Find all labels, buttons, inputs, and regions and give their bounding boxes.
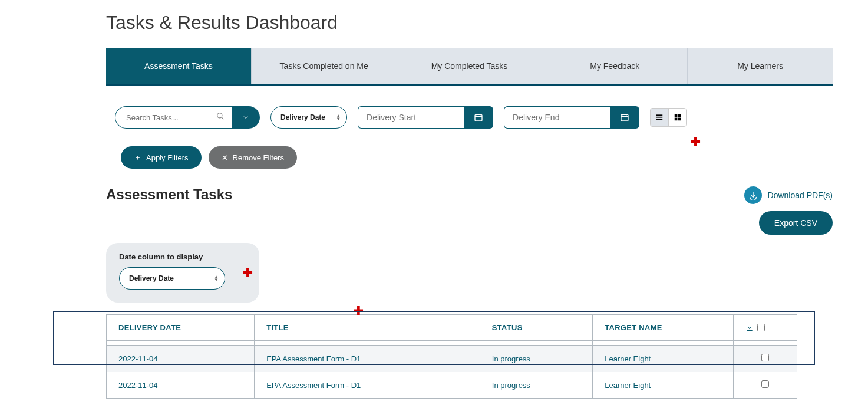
grid-icon (674, 113, 682, 121)
svg-rect-15 (674, 118, 677, 121)
table-row[interactable]: 2022-11-04 EPA Assessment Form - D1 In p… (107, 346, 797, 372)
svg-rect-13 (674, 114, 677, 117)
list-icon (655, 113, 664, 121)
filter-actions: ＋ Apply Filters ✕ Remove Filters (106, 146, 833, 169)
cell-checkbox (734, 346, 797, 372)
spinner-icon: ▲▼ (214, 275, 219, 281)
date-column-value: Delivery Date (129, 274, 174, 282)
svg-rect-11 (656, 117, 663, 118)
download-small-icon (745, 324, 754, 332)
cell-checkbox (734, 372, 797, 399)
delivery-start-input[interactable] (358, 106, 464, 129)
search-dropdown-button[interactable] (232, 106, 260, 129)
tab-my-learners[interactable]: My Learners (688, 48, 833, 84)
col-status[interactable]: STATUS (480, 315, 592, 341)
download-pdf-link[interactable]: Download PDF(s) (744, 186, 833, 204)
svg-rect-2 (475, 114, 482, 121)
view-toggle (650, 108, 687, 127)
search-input[interactable] (115, 106, 233, 129)
cell-date: 2022-11-04 (107, 372, 255, 399)
grid-view-button[interactable] (668, 109, 686, 126)
svg-rect-14 (678, 114, 681, 117)
plus-icon: ＋ (134, 152, 141, 163)
remove-filters-button[interactable]: ✕ Remove Filters (209, 146, 297, 169)
export-csv-button[interactable]: Export CSV (759, 211, 833, 235)
section-header: Assessment Tasks Download PDF(s) Export … (106, 186, 833, 235)
spinner-icon: ▲▼ (336, 114, 341, 120)
tabs: Assessment Tasks Tasks Completed on Me M… (106, 48, 833, 86)
date-column-panel: Date column to display Delivery Date ▲▼ … (106, 243, 259, 303)
table-row[interactable]: 2022-11-04 EPA Assessment Form - D1 In p… (107, 372, 797, 399)
cell-status: In progress (480, 346, 592, 372)
svg-rect-16 (678, 118, 681, 121)
section-title: Assessment Tasks (106, 186, 232, 203)
apply-filters-button[interactable]: ＋ Apply Filters (121, 146, 202, 169)
calendar-icon (474, 113, 483, 122)
tab-assessment-tasks[interactable]: Assessment Tasks (106, 48, 252, 84)
cell-status: In progress (480, 372, 592, 399)
calendar-icon (620, 113, 629, 122)
cell-title: EPA Assessment Form - D1 (255, 346, 480, 372)
list-view-button[interactable] (651, 109, 668, 126)
results-table: DELIVERY DATE TITLE STATUS TARGET NAME 2… (106, 314, 797, 399)
table-spacer-row (107, 341, 797, 346)
col-title[interactable]: TITLE (255, 315, 480, 341)
col-delivery-date[interactable]: DELIVERY DATE (107, 315, 255, 341)
annotation-marker: ✚ (691, 134, 701, 149)
row-checkbox[interactable] (761, 380, 769, 388)
tab-my-completed[interactable]: My Completed Tasks (397, 48, 543, 84)
delivery-type-label: Delivery Date (280, 113, 325, 121)
table-header-row: DELIVERY DATE TITLE STATUS TARGET NAME (107, 315, 797, 341)
cell-title: EPA Assessment Form - D1 (255, 372, 480, 399)
svg-rect-10 (656, 114, 663, 116)
download-icon (744, 186, 762, 204)
cell-target: Learner Eight (593, 372, 734, 399)
select-all-checkbox[interactable] (757, 324, 765, 331)
remove-filters-label: Remove Filters (233, 153, 284, 162)
delivery-end-input[interactable] (504, 106, 610, 129)
table-container: ✚ DELIVERY DATE TITLE STATUS TARGET NAME (53, 314, 797, 399)
col-download (734, 315, 797, 341)
tab-completed-on-me[interactable]: Tasks Completed on Me (252, 48, 397, 84)
close-icon: ✕ (222, 153, 228, 162)
apply-filters-label: Apply Filters (146, 153, 189, 162)
annotation-marker: ✚ (354, 304, 364, 318)
annotation-marker: ✚ (243, 265, 253, 280)
cell-target: Learner Eight (593, 346, 734, 372)
page-title: Tasks & Results Dashboard (106, 12, 833, 34)
tab-my-feedback[interactable]: My Feedback (542, 48, 688, 84)
filters-row: Delivery Date ▲▼ ✚ (106, 106, 833, 129)
svg-rect-17 (747, 330, 753, 331)
delivery-start-calendar-button[interactable] (464, 106, 493, 129)
delivery-end-calendar-button[interactable] (610, 106, 639, 129)
svg-rect-12 (656, 119, 663, 120)
svg-rect-6 (621, 114, 628, 121)
date-column-select[interactable]: Delivery Date ▲▼ (119, 267, 225, 290)
cell-date: 2022-11-04 (107, 346, 255, 372)
delivery-type-select[interactable]: Delivery Date ▲▼ (270, 106, 347, 129)
row-checkbox[interactable] (761, 354, 769, 361)
download-pdf-label: Download PDF(s) (768, 190, 833, 200)
col-target-name[interactable]: TARGET NAME (593, 315, 734, 341)
date-column-title: Date column to display (119, 252, 246, 261)
